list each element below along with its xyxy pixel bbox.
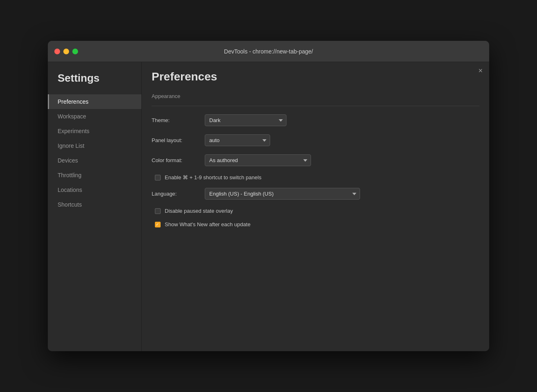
color-format-select[interactable]: As authored HEX RGB HSL [205, 154, 311, 166]
close-button[interactable]: × [478, 67, 483, 74]
show-whats-new-checkbox[interactable] [155, 222, 161, 227]
sidebar: Settings Preferences Workspace Experimen… [48, 62, 142, 351]
panel-layout-label: Panel layout: [152, 137, 205, 143]
traffic-lights [54, 49, 78, 54]
window-body: Settings Preferences Workspace Experimen… [48, 62, 489, 351]
panel-layout-row: Panel layout: auto horizontal vertical [152, 134, 479, 146]
disable-overlay-row: Disable paused state overlay [152, 208, 479, 214]
shortcut-checkbox-row: Enable ⌘ + 1-9 shortcut to switch panels [152, 174, 479, 180]
sidebar-item-shortcuts[interactable]: Shortcuts [48, 197, 141, 212]
shortcut-checkbox-label: Enable ⌘ + 1-9 shortcut to switch panels [165, 174, 262, 180]
language-row: Language: English (US) - English (US) Sp… [152, 188, 479, 200]
sidebar-item-locations[interactable]: Locations [48, 183, 141, 197]
sidebar-item-ignore-list[interactable]: Ignore List [48, 138, 141, 153]
sidebar-item-workspace[interactable]: Workspace [48, 109, 141, 124]
page-title: Preferences [142, 62, 489, 90]
color-format-label: Color format: [152, 157, 205, 163]
panel-layout-select[interactable]: auto horizontal vertical [205, 134, 270, 146]
disable-overlay-label: Disable paused state overlay [165, 208, 233, 214]
devtools-window: DevTools - chrome://new-tab-page/ Settin… [48, 41, 489, 351]
color-format-row: Color format: As authored HEX RGB HSL [152, 154, 479, 166]
titlebar: DevTools - chrome://new-tab-page/ [48, 41, 489, 62]
show-whats-new-label: Show What's New after each update [165, 221, 251, 227]
language-select[interactable]: English (US) - English (US) Spanish Fren… [205, 188, 360, 200]
close-traffic-light[interactable] [54, 49, 60, 54]
sidebar-item-preferences[interactable]: Preferences [48, 94, 141, 109]
sidebar-heading: Settings [48, 72, 141, 94]
theme-select[interactable]: Default Dark Light [205, 114, 286, 126]
sidebar-item-throttling[interactable]: Throttling [48, 168, 141, 183]
shortcut-checkbox[interactable] [155, 175, 161, 180]
appearance-section-title: Appearance [152, 90, 479, 106]
maximize-traffic-light[interactable] [72, 49, 78, 54]
disable-overlay-checkbox[interactable] [155, 208, 161, 214]
theme-row: Theme: Default Dark Light [152, 114, 479, 126]
show-whats-new-row: Show What's New after each update [152, 221, 479, 227]
language-label: Language: [152, 191, 205, 197]
minimize-traffic-light[interactable] [63, 49, 69, 54]
theme-label: Theme: [152, 117, 205, 123]
content-scroll[interactable]: Appearance Theme: Default Dark Light Pan… [142, 90, 489, 351]
window-title: DevTools - chrome://new-tab-page/ [224, 48, 313, 55]
main-content: × Preferences Appearance Theme: Default … [142, 62, 489, 351]
sidebar-item-experiments[interactable]: Experiments [48, 124, 141, 138]
sidebar-item-devices[interactable]: Devices [48, 153, 141, 168]
